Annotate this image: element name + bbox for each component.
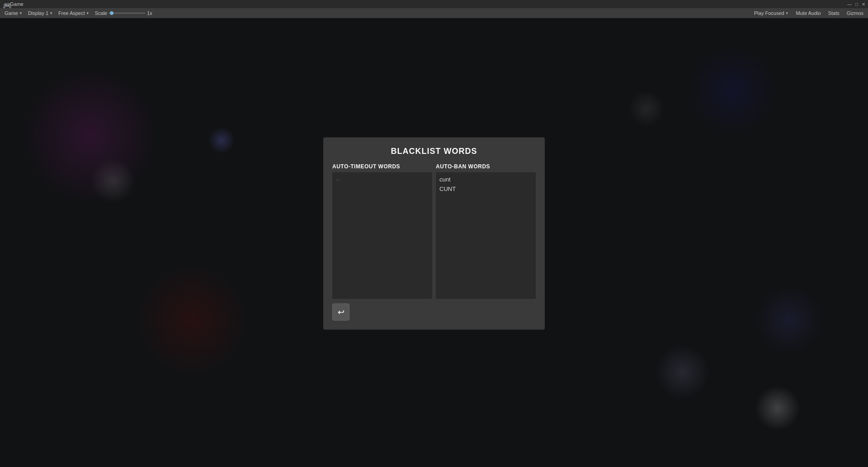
play-focused-arrow: ▼ — [785, 11, 789, 15]
aspect-label: Free Aspect — [58, 10, 85, 16]
auto-ban-word-2: CUNT — [439, 184, 532, 194]
display-label: Display 1 — [28, 10, 48, 16]
scale-dot — [110, 11, 113, 15]
play-focused-label: Play Focused — [754, 10, 784, 16]
stats-label: Stats — [828, 10, 840, 16]
auto-timeout-placeholder: ... — [336, 175, 341, 182]
toolbar: Game ▼ Display 1 ▼ Free Aspect ▼ Scale 1… — [0, 8, 868, 18]
title-bar-controls: — □ ✕ — [847, 0, 865, 8]
main-area: BLACKLIST WORDS AUTO-TIMEOUT WORDS ... A… — [0, 18, 868, 467]
auto-ban-word-1: cunt — [439, 175, 532, 185]
modal-footer: ↩ — [332, 304, 536, 321]
display-dropdown-arrow: ▼ — [49, 11, 53, 15]
gizmos-label: Gizmos — [847, 10, 863, 16]
game-dropdown-arrow: ▼ — [19, 11, 23, 15]
title-bar-text: Game — [10, 1, 24, 7]
display-dropdown[interactable]: Display 1 ▼ — [26, 10, 55, 16]
auto-timeout-header: AUTO-TIMEOUT WORDS — [332, 163, 432, 170]
auto-timeout-content[interactable]: ... — [332, 172, 432, 299]
stats-button[interactable]: Stats — [826, 10, 841, 16]
modal-columns: AUTO-TIMEOUT WORDS ... AUTO-BAN WORDS cu… — [332, 163, 536, 299]
play-focused-dropdown[interactable]: Play Focused ▼ — [752, 10, 791, 16]
toolbar-right: Play Focused ▼ Mute Audio Stats Gizmos — [752, 10, 865, 16]
game-label: Game — [5, 10, 18, 16]
modal-title: BLACKLIST WORDS — [332, 147, 536, 156]
gizmos-button[interactable]: Gizmos — [845, 10, 865, 16]
auto-ban-header: AUTO-BAN WORDS — [436, 163, 536, 170]
scale-track[interactable] — [109, 13, 145, 14]
back-icon: ↩ — [338, 307, 344, 317]
mute-audio-label: Mute Audio — [796, 10, 821, 16]
title-bar: 🎮 Game — □ ✕ — [0, 0, 868, 8]
scale-label: Scale — [95, 10, 108, 16]
game-icon: 🎮 — [3, 1, 8, 7]
maximize-button[interactable]: □ — [855, 2, 858, 7]
auto-ban-content[interactable]: cunt CUNT — [436, 172, 536, 299]
back-button[interactable]: ↩ — [332, 304, 349, 321]
scale-control[interactable]: Scale 1x — [93, 10, 154, 16]
close-button[interactable]: ✕ — [862, 2, 865, 7]
auto-ban-column: AUTO-BAN WORDS cunt CUNT — [436, 163, 536, 299]
aspect-dropdown-arrow: ▼ — [86, 11, 90, 15]
mute-audio-button[interactable]: Mute Audio — [794, 10, 823, 16]
auto-timeout-column: AUTO-TIMEOUT WORDS ... — [332, 163, 432, 299]
minimize-button[interactable]: — — [847, 2, 852, 7]
aspect-dropdown[interactable]: Free Aspect ▼ — [57, 10, 91, 16]
blacklist-modal: BLACKLIST WORDS AUTO-TIMEOUT WORDS ... A… — [323, 138, 545, 330]
game-dropdown[interactable]: Game ▼ — [3, 10, 24, 16]
scale-value: 1x — [147, 10, 152, 16]
